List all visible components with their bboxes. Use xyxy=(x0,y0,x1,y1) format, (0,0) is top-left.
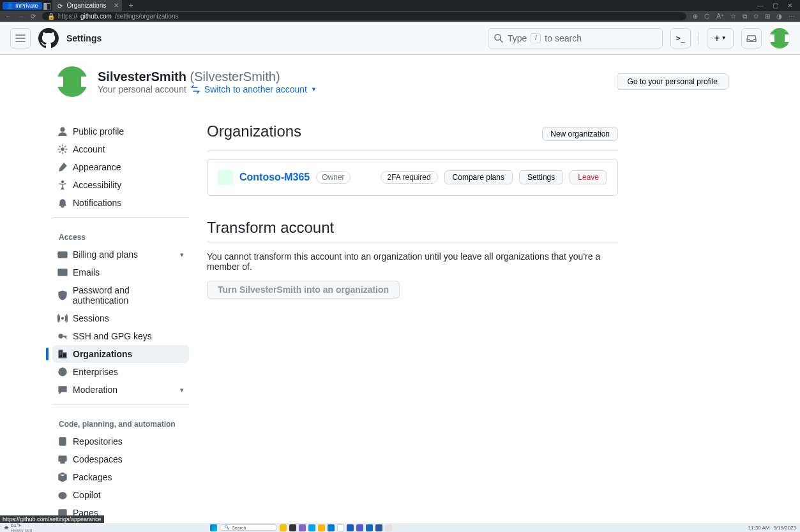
sidebar-item-codespaces[interactable]: Codespaces xyxy=(52,450,189,468)
taskbar-app-8[interactable] xyxy=(347,524,354,531)
sidebar-item-organizations[interactable]: Organizations xyxy=(52,345,189,363)
more-icon[interactable]: ⋯ xyxy=(789,13,795,20)
github-logo-icon[interactable] xyxy=(38,28,59,48)
notifications-button[interactable] xyxy=(741,28,762,48)
taskbar-app-11[interactable] xyxy=(375,524,382,531)
window-close-button[interactable]: ✕ xyxy=(787,2,792,9)
chevron-down-icon: ▾ xyxy=(180,251,184,259)
org-name-link[interactable]: Contoso-M365 xyxy=(239,172,310,183)
start-button[interactable] xyxy=(210,524,217,531)
extensions-icon[interactable]: ⊞ xyxy=(765,13,770,20)
weather-text: Heavy rain xyxy=(11,528,32,532)
weather-widget[interactable]: 🌧 61°F Heavy rain xyxy=(4,522,32,532)
profile-icon[interactable]: ◑ xyxy=(776,13,782,20)
person-icon xyxy=(57,126,68,137)
key-icon xyxy=(57,331,68,341)
taskbar-search-placeholder: Search xyxy=(232,526,246,530)
sidebar-item-password-and-authentication[interactable]: Password and authentication xyxy=(52,281,189,309)
sidebar-item-ssh-and-gpg-keys[interactable]: SSH and GPG keys xyxy=(52,327,189,345)
svg-rect-5 xyxy=(58,252,67,258)
weather-temp: 61°F xyxy=(11,522,32,528)
create-new-button[interactable]: + ▼ xyxy=(707,28,734,48)
new-tab-button[interactable]: ＋ xyxy=(122,0,140,11)
svg-point-4 xyxy=(62,181,64,183)
repo-icon xyxy=(57,436,68,447)
profile-names: SilvesterSmith (SilvesterSmith) Your per… xyxy=(98,70,317,94)
hamburger-button[interactable] xyxy=(10,28,31,48)
tab-close-icon[interactable]: ✕ xyxy=(114,2,119,9)
gear-icon xyxy=(57,144,68,154)
taskbar-app-12[interactable] xyxy=(385,524,392,531)
accessibility-icon xyxy=(57,180,68,190)
taskbar-app-1[interactable] xyxy=(280,524,287,531)
tab-indicator-icon[interactable]: ◧ xyxy=(42,1,52,11)
sidebar-item-accessibility[interactable]: Accessibility xyxy=(52,176,189,194)
comment-icon xyxy=(57,385,68,395)
package-icon xyxy=(57,472,68,482)
sidebar-item-moderation[interactable]: Moderation ▾ xyxy=(52,381,189,399)
taskbar-app-2[interactable] xyxy=(289,524,296,531)
sidebar-item-public-profile[interactable]: Public profile xyxy=(52,122,189,140)
tray-time[interactable]: 11:30 AM xyxy=(748,525,770,531)
tray-date[interactable]: 9/19/2023 xyxy=(773,525,796,531)
browser-tabs: 👤 InPrivate ◧ ⟳ Organizations ✕ ＋ xyxy=(3,0,140,11)
broadcast-icon xyxy=(57,313,68,323)
goto-profile-button[interactable]: Go to your personal profile xyxy=(617,73,728,90)
lock-icon: 🔒 xyxy=(47,13,55,20)
profile-avatar-icon[interactable] xyxy=(57,66,87,97)
chevron-down-icon: ▾ xyxy=(180,386,184,394)
split-icon[interactable]: ⧉ xyxy=(743,13,747,20)
sidebar-item-repositories[interactable]: Repositories xyxy=(52,432,189,450)
owner-badge: Owner xyxy=(316,171,350,184)
inprivate-badge[interactable]: 👤 InPrivate xyxy=(3,2,42,10)
transform-description: You cannot transform this account into a… xyxy=(207,251,618,272)
bell-icon xyxy=(57,198,68,208)
browser-tab-organizations[interactable]: ⟳ Organizations ✕ xyxy=(52,0,123,11)
user-avatar[interactable] xyxy=(769,28,790,48)
zoom-icon[interactable]: ⊕ xyxy=(693,13,698,20)
search-icon xyxy=(494,33,504,43)
nav-back-button[interactable]: ← xyxy=(5,13,11,20)
taskbar-search[interactable]: 🔍 Search xyxy=(220,524,277,531)
sidebar-item-billing-and-plans[interactable]: Billing and plans ▾ xyxy=(52,246,189,263)
taskbar-app-6[interactable] xyxy=(328,524,335,531)
sidebar-section-access: Access xyxy=(52,223,189,246)
sidebar-item-notifications[interactable]: Notifications xyxy=(52,194,189,212)
org-settings-button[interactable]: Settings xyxy=(519,170,563,184)
address-bar[interactable]: 🔒 https://github.com/settings/organizati… xyxy=(42,12,686,20)
favorites-bar-icon[interactable]: ✩ xyxy=(753,13,758,20)
sidebar-item-packages[interactable]: Packages xyxy=(52,468,189,486)
taskbar-app-3[interactable] xyxy=(299,524,306,531)
url-prefix: https:// xyxy=(58,13,77,20)
shopping-icon[interactable]: ⬡ xyxy=(704,13,710,20)
sidebar-item-emails[interactable]: Emails xyxy=(52,263,189,281)
sidebar-item-enterprises[interactable]: Enterprises xyxy=(52,363,189,381)
command-palette-button[interactable]: >_ xyxy=(670,28,691,48)
switch-account-link[interactable]: Switch to another account xyxy=(204,84,307,94)
taskbar-app-9[interactable] xyxy=(356,524,363,531)
org-icon xyxy=(57,349,68,359)
global-search[interactable]: Type / to search xyxy=(488,28,663,48)
sidebar-item-account[interactable]: Account xyxy=(52,140,189,158)
svg-point-19 xyxy=(61,495,62,496)
window-minimize-button[interactable]: — xyxy=(757,2,764,9)
taskbar-app-7[interactable] xyxy=(337,524,344,531)
search-prefix: Type xyxy=(508,33,527,43)
org-avatar-icon xyxy=(218,170,233,185)
leave-org-button[interactable]: Leave xyxy=(570,170,607,184)
sidebar-item-sessions[interactable]: Sessions xyxy=(52,309,189,327)
taskbar-app-4[interactable] xyxy=(308,524,315,531)
taskbar-app-10[interactable] xyxy=(366,524,373,531)
globe-icon xyxy=(57,367,68,377)
textsize-icon[interactable]: A⁺ xyxy=(716,13,724,20)
svg-point-9 xyxy=(59,334,63,338)
sidebar-item-copilot[interactable]: Copilot xyxy=(52,486,189,504)
svg-point-2 xyxy=(61,128,64,131)
window-maximize-button[interactable]: ▢ xyxy=(773,2,778,9)
favorite-icon[interactable]: ☆ xyxy=(730,13,736,20)
taskbar-app-5[interactable] xyxy=(318,524,325,531)
new-organization-button[interactable]: New organization xyxy=(542,127,618,141)
compare-plans-button[interactable]: Compare plans xyxy=(444,170,513,184)
nav-refresh-button[interactable]: ⟳ xyxy=(31,13,36,20)
sidebar-item-appearance[interactable]: Appearance xyxy=(52,158,189,176)
